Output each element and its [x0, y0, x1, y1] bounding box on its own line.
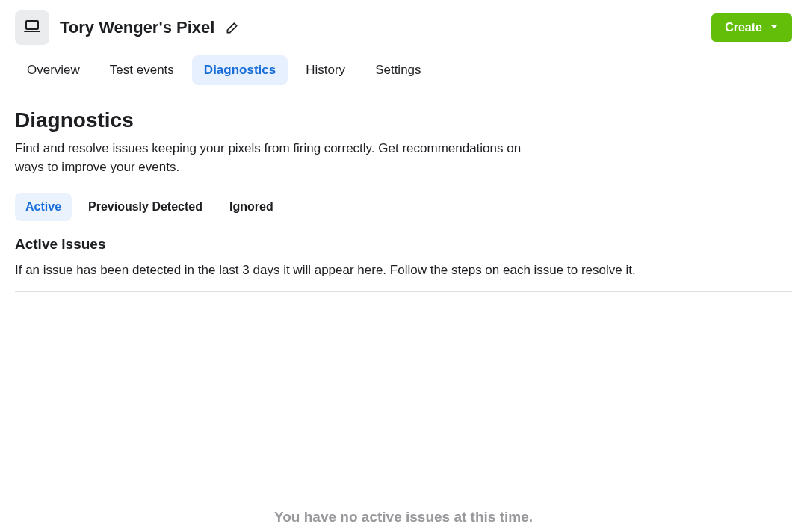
pixel-title: Tory Wenger's Pixel [60, 18, 214, 37]
section-description: If an issue has been detected in the las… [15, 263, 792, 292]
content: Diagnostics Find and resolve issues keep… [0, 93, 807, 525]
tab-diagnostics[interactable]: Diagnostics [192, 55, 288, 85]
subtab-ignored[interactable]: Ignored [219, 193, 284, 221]
pixel-icon-box [15, 10, 49, 45]
edit-icon[interactable] [225, 20, 240, 35]
page-heading: Diagnostics [15, 108, 792, 132]
empty-state-message: You have no active issues at this time. [15, 509, 792, 525]
header: Tory Wenger's Pixel Create [0, 0, 807, 45]
header-left: Tory Wenger's Pixel [15, 10, 240, 45]
subtabs: Active Previously Detected Ignored [15, 193, 792, 221]
create-button-label: Create [725, 21, 762, 34]
section-heading: Active Issues [15, 236, 792, 253]
title-row: Tory Wenger's Pixel [60, 18, 240, 37]
caret-down-icon [770, 21, 779, 34]
create-button[interactable]: Create [711, 13, 792, 42]
tab-test-events[interactable]: Test events [98, 55, 186, 85]
laptop-icon [23, 17, 41, 38]
subtab-active[interactable]: Active [15, 193, 72, 221]
tab-history[interactable]: History [294, 55, 357, 85]
tab-overview[interactable]: Overview [15, 55, 92, 85]
svg-rect-0 [26, 21, 38, 29]
page-description: Find and resolve issues keeping your pix… [15, 140, 538, 176]
tab-settings[interactable]: Settings [363, 55, 433, 85]
subtab-previously-detected[interactable]: Previously Detected [78, 193, 213, 221]
nav-tabs: Overview Test events Diagnostics History… [0, 45, 807, 93]
